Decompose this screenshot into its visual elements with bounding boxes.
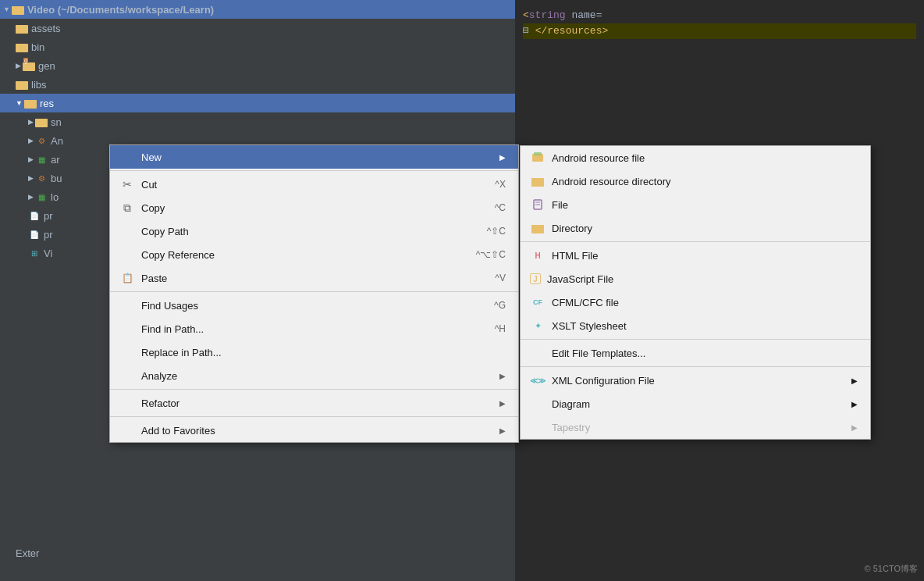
tree-label: gen <box>38 60 55 72</box>
menu-item-cut[interactable]: Cut ^X <box>110 173 518 196</box>
submenu-directory[interactable]: Directory <box>521 216 870 240</box>
diagram-icon <box>530 396 546 412</box>
tree-arrow: ▼ <box>16 99 23 107</box>
menu-item-add-favorites[interactable]: Add to Favorites ▶ <box>110 419 518 442</box>
file-chart-icon: ▦ <box>35 153 48 166</box>
menu-item-copy-path[interactable]: Copy Path ^⇧C <box>110 219 518 243</box>
menu-new-label: New <box>141 151 493 163</box>
copy-icon: ⧉ <box>119 200 135 216</box>
submenu-android-resource-dir[interactable]: Android resource directory <box>521 169 870 193</box>
tree-item-gen[interactable]: ▶ g gen <box>0 56 515 75</box>
file-code-icon: ⚙ <box>35 172 48 184</box>
refactor-icon <box>119 395 135 411</box>
xml-icon: ≪≫ <box>530 372 546 388</box>
tree-item-assets[interactable]: assets <box>0 19 515 37</box>
tree-label: sn <box>51 116 62 128</box>
folder-icon <box>12 3 24 16</box>
new-icon <box>119 149 135 165</box>
tree-label: Exter <box>16 547 39 559</box>
submenu-cfml-file[interactable]: CF CFML/CFC file <box>521 290 870 314</box>
submenu-file-label: File <box>552 199 858 211</box>
replace-icon <box>119 344 135 360</box>
menu-cut-shortcut: ^X <box>495 179 506 190</box>
favorites-arrow-icon: ▶ <box>499 426 506 435</box>
tree-item-sn[interactable]: ▶ sn <box>0 112 515 131</box>
submenu-arrow-icon: ▶ <box>499 153 506 162</box>
new-submenu: Android resource file Android resource d… <box>520 145 871 440</box>
submenu-cfml-label: CFML/CFC file <box>552 297 858 308</box>
submenu-android-resource-file[interactable]: Android resource file <box>521 146 870 169</box>
menu-item-find-in-path[interactable]: Find in Path... ^H <box>110 317 518 340</box>
submenu-sep-3 <box>521 366 870 367</box>
submenu-edit-templates[interactable]: Edit File Templates... <box>521 341 870 365</box>
submenu-file[interactable]: File <box>521 193 870 216</box>
tree-root-label: Video (~/Documents/workspace/Learn) <box>27 4 214 16</box>
svg-rect-13 <box>35 119 41 121</box>
js-icon: J <box>530 273 541 284</box>
svg-rect-9 <box>16 81 21 84</box>
menu-copy-path-shortcut: ^⇧C <box>487 226 506 237</box>
refactor-arrow-icon: ▶ <box>499 399 506 408</box>
tree-label: assets <box>31 23 61 34</box>
file-icon: 📄 <box>28 228 41 241</box>
submenu-js-file[interactable]: J JavaScript File <box>521 267 870 290</box>
xml-submenu-arrow: ▶ <box>851 376 858 385</box>
menu-paste-label: Paste <box>141 273 479 284</box>
submenu-diagram[interactable]: Diagram ▶ <box>521 392 870 415</box>
menu-item-copy[interactable]: ⧉ Copy ^C <box>110 196 518 219</box>
tree-label: libs <box>31 79 47 91</box>
tapestry-submenu-arrow: ▶ <box>851 423 858 432</box>
tree-root-item[interactable]: ▼ Video (~/Documents/workspace/Learn) <box>0 0 515 19</box>
file-icon: 📄 <box>28 209 41 222</box>
submenu-sep-1 <box>521 241 870 242</box>
menu-item-analyze[interactable]: Analyze ▶ <box>110 364 518 387</box>
file-icon <box>530 197 546 212</box>
svg-rect-3 <box>16 25 21 27</box>
tree-item-libs[interactable]: libs <box>0 75 515 94</box>
cfml-icon: CF <box>530 294 546 310</box>
menu-item-find-usages[interactable]: Find Usages ^G <box>110 294 518 317</box>
folder-gen-icon: g <box>23 59 35 72</box>
html-icon: H <box>530 248 546 263</box>
menu-item-copy-reference[interactable]: Copy Reference ^⌥⇧C <box>110 243 518 266</box>
menu-find-usages-shortcut: ^G <box>494 300 506 311</box>
menu-copy-reference-shortcut: ^⌥⇧C <box>476 249 506 260</box>
submenu-diagram-label: Diagram <box>552 398 845 410</box>
menu-sep-4 <box>110 416 518 417</box>
menu-find-in-path-label: Find in Path... <box>141 323 479 335</box>
submenu-js-label: JavaScript File <box>547 273 858 285</box>
file-code-icon: ⚙ <box>35 134 48 147</box>
tree-arrow: ▼ <box>3 5 10 13</box>
tree-item-bin[interactable]: bin <box>0 37 515 56</box>
tree-item-res[interactable]: ▼ res <box>0 94 515 112</box>
submenu-xml-config[interactable]: ≪≫ XML Configuration File ▶ <box>521 369 870 392</box>
submenu-sep-2 <box>521 339 870 340</box>
menu-analyze-label: Analyze <box>141 370 493 382</box>
tree-arrow: ▶ <box>28 193 34 201</box>
tree-label: res <box>40 98 54 109</box>
tree-item-exter[interactable]: Exter <box>0 544 45 562</box>
tree-label: pr <box>44 210 53 222</box>
tree-label: bin <box>31 41 44 53</box>
svg-rect-15 <box>534 152 542 155</box>
svg-rect-5 <box>16 44 21 46</box>
tree-arrow: ▶ <box>28 155 34 163</box>
menu-item-paste[interactable]: 📋 Paste ^V <box>110 266 518 290</box>
svg-rect-11 <box>24 100 30 102</box>
submenu-tapestry[interactable]: Tapestry ▶ <box>521 415 870 439</box>
menu-item-new[interactable]: New ▶ Android resource file Android reso… <box>110 145 518 169</box>
menu-copy-shortcut: ^C <box>495 202 506 213</box>
copy-path-icon <box>119 223 135 239</box>
menu-cut-label: Cut <box>141 179 479 191</box>
menu-item-replace-in-path[interactable]: Replace in Path... <box>110 340 518 364</box>
xslt-icon: ✦ <box>530 318 546 333</box>
submenu-xslt-label: XSLT Stylesheet <box>552 320 858 332</box>
menu-sep-3 <box>110 389 518 390</box>
submenu-html-file[interactable]: H HTML File <box>521 244 870 267</box>
context-menu: New ▶ Android resource file Android reso… <box>109 144 519 443</box>
submenu-tapestry-label: Tapestry <box>552 422 845 433</box>
submenu-xslt-file[interactable]: ✦ XSLT Stylesheet <box>521 314 870 337</box>
tree-arrow: ▶ <box>16 62 21 70</box>
menu-item-refactor[interactable]: Refactor ▶ <box>110 391 518 415</box>
tree-label: pr <box>44 229 53 241</box>
